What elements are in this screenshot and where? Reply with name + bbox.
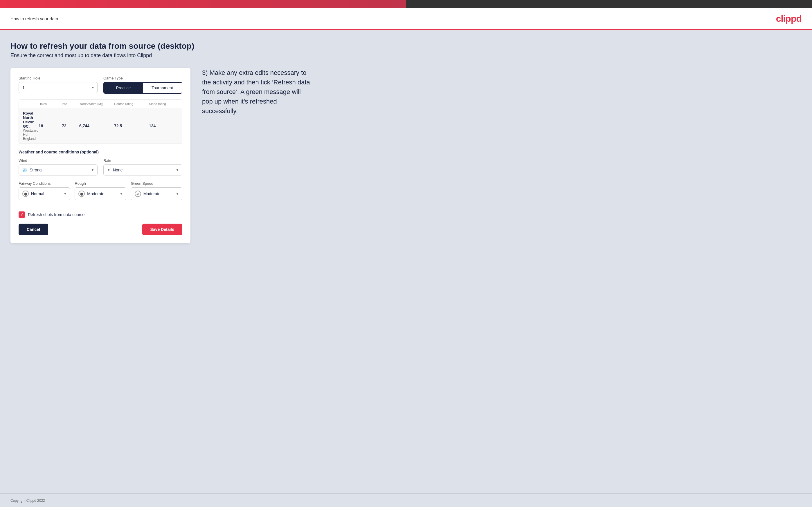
main-content: How to refresh your data from source (de… (0, 30, 812, 493)
starting-hole-label: Starting Hole (18, 76, 98, 80)
game-type-field: Game Type Practice Tournament (103, 76, 182, 94)
course-info: Royal North Devon GC, Westward Ho!, Engl… (23, 111, 39, 141)
green-speed-label: Green Speed (131, 181, 182, 186)
instruction-text: 3) Make any extra edits necessary to the… (202, 68, 312, 116)
conditions-section-title: Weather and course conditions (optional) (18, 150, 182, 154)
game-type-label: Game Type (103, 76, 182, 80)
wind-icon: 💨 (22, 168, 27, 172)
col-par-label: Par (62, 102, 79, 106)
wind-select[interactable]: 💨 Strong ▼ (18, 164, 98, 175)
holes-val: 18 (39, 123, 62, 128)
top-bar (0, 0, 812, 8)
rain-label: Rain (103, 158, 182, 163)
course-location: Westward Ho!, England (23, 128, 39, 141)
footer: Copyright Clippd 2022 (0, 493, 812, 507)
cancel-button[interactable]: Cancel (18, 224, 48, 235)
wind-field: Wind 💨 Strong ▼ (18, 158, 98, 175)
fairway-select[interactable]: ⬤ Normal ▼ (18, 187, 70, 200)
starting-hole-field: Starting Hole 1 ▼ (18, 76, 98, 94)
fairway-value: Normal (31, 191, 66, 196)
page-subheading: Ensure the correct and most up to date d… (10, 53, 802, 59)
col-slope-rating-label: Slope rating (149, 102, 178, 106)
rain-field: Rain ✦ None ▼ (103, 158, 182, 175)
starting-hole-wrapper: 1 ▼ (18, 82, 98, 93)
par-val: 72 (62, 123, 79, 128)
col-course-rating-label: Course rating (114, 102, 149, 106)
starting-hole-select[interactable]: 1 (18, 82, 98, 93)
wind-label: Wind (18, 158, 98, 163)
refresh-checkbox[interactable] (18, 212, 25, 218)
fairway-icon: ⬤ (22, 190, 29, 197)
game-type-toggle: Practice Tournament (103, 82, 182, 94)
rough-value: Moderate (87, 191, 122, 196)
rough-label: Rough (74, 181, 126, 186)
col-holes-label: Holes (39, 102, 62, 106)
wind-value: Strong (30, 168, 94, 172)
col-name-label (23, 102, 39, 106)
green-speed-field: Green Speed ◎ Moderate ▼ (131, 181, 182, 200)
content-area: Starting Hole 1 ▼ Game Type Practice Tou… (10, 68, 802, 243)
rain-value: None (113, 168, 179, 172)
green-speed-value: Moderate (143, 191, 179, 196)
fairway-field: Fairway Conditions ⬤ Normal ▼ (18, 181, 70, 200)
top-fields: Starting Hole 1 ▼ Game Type Practice Tou… (18, 76, 182, 94)
col-yards-label: Yards/White (M)) (79, 102, 114, 106)
slope-rating-val: 134 (149, 123, 178, 128)
header-title: How to refresh your data (10, 16, 58, 21)
yards-val: 6,744 (79, 123, 114, 128)
course-data-row: Royal North Devon GC, Westward Ho!, Engl… (19, 108, 182, 144)
green-speed-select[interactable]: ◎ Moderate ▼ (131, 187, 182, 200)
tournament-button[interactable]: Tournament (143, 83, 182, 93)
header: How to refresh your data clippd (0, 8, 812, 30)
rough-icon: ⬤ (79, 190, 85, 197)
form-card: Starting Hole 1 ▼ Game Type Practice Tou… (10, 68, 191, 243)
page-heading: How to refresh your data from source (de… (10, 42, 802, 51)
logo: clippd (776, 13, 802, 24)
divider (18, 206, 182, 206)
button-row: Cancel Save Details (18, 224, 182, 235)
conditions-row: Fairway Conditions ⬤ Normal ▼ Rough ⬤ Mo… (18, 181, 182, 200)
fairway-label: Fairway Conditions (18, 181, 70, 186)
refresh-label: Refresh shots from data source (28, 212, 85, 217)
rain-icon: ✦ (107, 168, 111, 172)
practice-button[interactable]: Practice (104, 83, 143, 93)
wind-rain-row: Wind 💨 Strong ▼ Rain ✦ None ▼ (18, 158, 182, 175)
refresh-checkbox-row: Refresh shots from data source (18, 212, 182, 218)
rain-select[interactable]: ✦ None ▼ (103, 164, 182, 175)
green-speed-icon: ◎ (135, 190, 141, 197)
course-table: Holes Par Yards/White (M)) Course rating… (18, 100, 182, 144)
rough-select[interactable]: ⬤ Moderate ▼ (74, 187, 126, 200)
copyright: Copyright Clippd 2022 (10, 499, 45, 503)
course-rating-val: 72.5 (114, 123, 149, 128)
course-header-row: Holes Par Yards/White (M)) Course rating… (19, 100, 182, 108)
rough-field: Rough ⬤ Moderate ▼ (74, 181, 126, 200)
course-name: Royal North Devon GC, (23, 111, 39, 128)
save-button[interactable]: Save Details (142, 224, 183, 235)
